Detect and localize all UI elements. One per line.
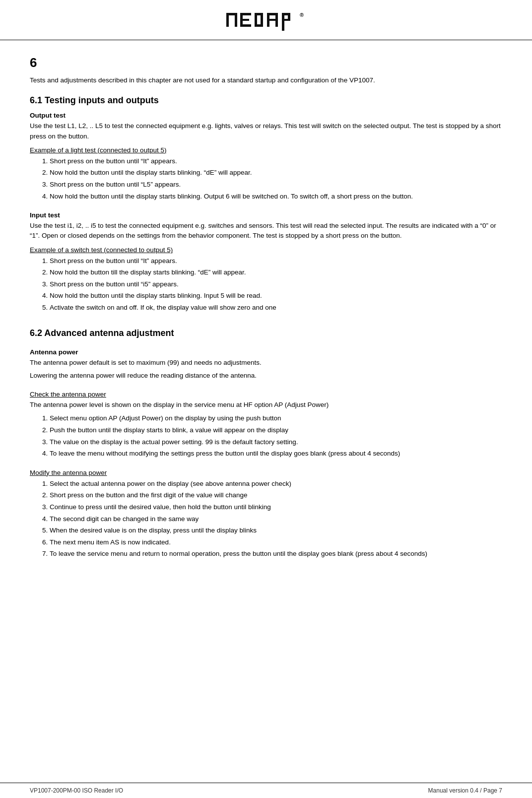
section-6-2-title: 6.2 Advanced antenna adjustment bbox=[30, 328, 502, 338]
chapter-title: 6 bbox=[30, 55, 502, 70]
input-test-steps: Short press on the button until “It” app… bbox=[50, 256, 502, 313]
chapter-intro: Tests and adjustments described in this … bbox=[30, 75, 502, 85]
list-item: The second digit can be changed in the s… bbox=[50, 514, 502, 525]
footer-product: VP1007-200PM-00 ISO Reader I/O bbox=[30, 787, 123, 794]
check-antenna-body: The antenna power level is shown on the … bbox=[30, 400, 502, 410]
output-test-steps: Short press on the button until “It” app… bbox=[50, 156, 502, 201]
list-item: Now hold the button till the display sta… bbox=[50, 267, 502, 278]
svg-rect-14 bbox=[267, 19, 278, 21]
list-item: Short press on the button until “It” app… bbox=[50, 256, 502, 266]
company-logo: ® bbox=[226, 9, 306, 35]
output-test-body: Use the test L1, L2, .. L5 to test the c… bbox=[30, 121, 502, 141]
input-test-heading: Input test bbox=[30, 211, 502, 219]
list-item: Activate the switch on and off. If ok, t… bbox=[50, 302, 502, 313]
list-item: Short press on the button until “L5” app… bbox=[50, 179, 502, 190]
check-antenna-steps: Select menu option AP (Adjust Power) on … bbox=[50, 413, 502, 459]
list-item: Select the actual antenna power on the d… bbox=[50, 478, 502, 489]
antenna-power-heading: Antenna power bbox=[30, 348, 502, 356]
page-footer: VP1007-200PM-00 ISO Reader I/O Manual ve… bbox=[0, 783, 532, 798]
footer-page: Manual version 0.4 / Page 7 bbox=[428, 787, 502, 794]
output-example-label: Example of a light test (connected to ou… bbox=[30, 146, 502, 154]
list-item: To leave the service menu and return to … bbox=[50, 548, 502, 559]
svg-rect-15 bbox=[282, 13, 284, 31]
list-item: Short press on the button and the first … bbox=[50, 490, 502, 501]
list-item: The next menu item AS is now indicated. bbox=[50, 537, 502, 548]
list-item: Now hold the button until the display st… bbox=[50, 167, 502, 178]
antenna-power-body-2: Lowering the antenna power will reduce t… bbox=[30, 371, 502, 381]
input-example-label: Example of a switch test (connected to o… bbox=[30, 246, 502, 254]
list-item: Push the button until the display starts… bbox=[50, 425, 502, 436]
list-item: To leave the menu without modifying the … bbox=[50, 448, 502, 459]
svg-rect-10 bbox=[255, 24, 263, 27]
output-test-heading: Output test bbox=[30, 112, 502, 119]
svg-rect-18 bbox=[282, 19, 290, 21]
list-item: Select menu option AP (Adjust Power) on … bbox=[50, 413, 502, 424]
input-test-body: Use the test i1, i2, .. i5 to test the c… bbox=[30, 221, 502, 241]
modify-antenna-label: Modify the antenna power bbox=[30, 469, 502, 476]
list-item: When the desired value is on the display… bbox=[50, 525, 502, 536]
antenna-power-body-1: The antenna power default is set to maxi… bbox=[30, 358, 502, 368]
svg-rect-6 bbox=[240, 24, 251, 27]
main-content: 6 Tests and adjustments described in thi… bbox=[0, 40, 532, 783]
list-item: Short press on the button until “It” app… bbox=[50, 156, 502, 167]
svg-rect-5 bbox=[240, 19, 249, 21]
page-header: ® bbox=[0, 0, 532, 40]
list-item: The value on the display is the actual p… bbox=[50, 437, 502, 448]
list-item: Now hold the button until the display st… bbox=[50, 290, 502, 301]
check-antenna-label: Check the antenna power bbox=[30, 391, 502, 398]
list-item: Short press on the button until “i5” app… bbox=[50, 279, 502, 290]
list-item: Now hold the button until the display st… bbox=[50, 191, 502, 202]
svg-rect-2 bbox=[235, 13, 237, 27]
modify-antenna-steps: Select the actual antenna power on the d… bbox=[50, 478, 502, 559]
section-6-1-title: 6.1 Testing inputs and outputs bbox=[30, 95, 502, 106]
list-item: Continue to press until the desired valu… bbox=[50, 502, 502, 513]
svg-text:®: ® bbox=[300, 12, 306, 18]
